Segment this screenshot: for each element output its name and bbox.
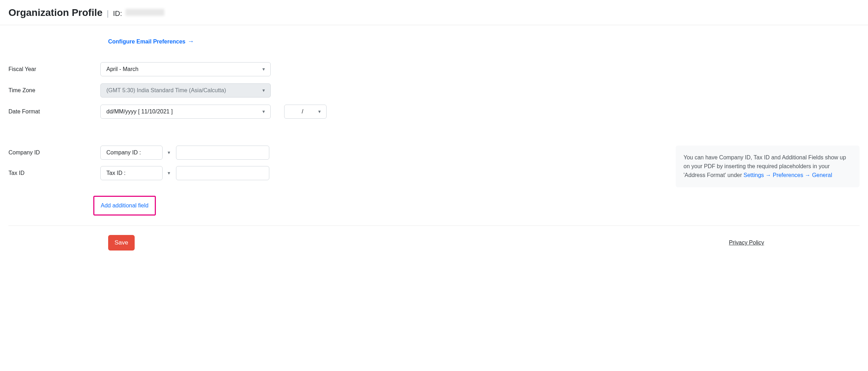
date-separator-value: / (302, 108, 303, 115)
configure-email-link[interactable]: Configure Email Preferences → (108, 38, 194, 45)
configure-email-label: Configure Email Preferences (108, 39, 186, 45)
label-date-format: Date Format (8, 108, 100, 115)
chevron-down-icon: ▼ (262, 109, 266, 114)
info-link-settings[interactable]: Settings (744, 172, 764, 178)
privacy-policy-link[interactable]: Privacy Policy (729, 240, 764, 246)
info-box: You can have Company ID, Tax ID and Addi… (676, 146, 860, 187)
tax-id-type-select[interactable]: Tax ID : ▼ (100, 166, 163, 180)
row-tax-id: Tax ID Tax ID : ▼ (8, 166, 269, 180)
chevron-down-icon: ▼ (167, 150, 171, 155)
ids-section: Company ID Company ID : ▼ Tax ID Tax ID … (8, 146, 860, 187)
label-fiscal-year: Fiscal Year (8, 66, 100, 72)
email-prefs-row: Configure Email Preferences → (108, 38, 860, 45)
footer-row: Save Privacy Policy (8, 235, 860, 259)
form-content: Configure Email Preferences → Fiscal Yea… (0, 38, 868, 259)
date-format-value: dd/MM/yyyy [ 11/10/2021 ] (106, 108, 173, 115)
company-id-input[interactable] (176, 146, 269, 160)
info-arrow-1: → (766, 172, 771, 178)
title-separator: | (107, 9, 109, 18)
save-button[interactable]: Save (108, 235, 135, 251)
tax-id-type-value: Tax ID : (106, 170, 125, 176)
label-time-zone: Time Zone (8, 87, 100, 94)
tax-id-input[interactable] (176, 166, 269, 180)
chevron-down-icon: ▼ (262, 88, 266, 93)
company-id-type-value: Company ID : (106, 149, 141, 156)
fiscal-year-value: April - March (106, 66, 139, 72)
chevron-down-icon: ▼ (167, 171, 171, 176)
info-link-general[interactable]: General (812, 172, 832, 178)
add-additional-field-link[interactable]: Add additional field (101, 202, 148, 208)
form-divider (8, 225, 860, 226)
org-id-value-redacted (125, 9, 164, 16)
id-label: ID: (113, 10, 122, 18)
row-time-zone: Time Zone (GMT 5:30) India Standard Time… (8, 83, 860, 98)
fiscal-year-select[interactable]: April - March ▼ (100, 62, 271, 76)
company-id-type-select[interactable]: Company ID : ▼ (100, 146, 163, 160)
row-fiscal-year: Fiscal Year April - March ▼ (8, 62, 860, 76)
date-separator-select[interactable]: / ▼ (284, 105, 327, 119)
row-date-format: Date Format dd/MM/yyyy [ 11/10/2021 ] ▼ … (8, 105, 860, 119)
info-arrow-2: → (805, 172, 810, 178)
page-header: Organization Profile | ID: (0, 0, 868, 25)
chevron-down-icon: ▼ (317, 109, 322, 114)
info-link-preferences[interactable]: Preferences (773, 172, 803, 178)
page-title: Organization Profile (8, 7, 102, 18)
time-zone-value: (GMT 5:30) India Standard Time (Asia/Cal… (106, 87, 226, 94)
date-format-select[interactable]: dd/MM/yyyy [ 11/10/2021 ] ▼ (100, 105, 271, 119)
row-company-id: Company ID Company ID : ▼ (8, 146, 269, 160)
label-company-id: Company ID (8, 149, 100, 156)
label-tax-id: Tax ID (8, 170, 100, 176)
chevron-down-icon: ▼ (262, 67, 266, 72)
arrow-right-icon: → (188, 38, 194, 45)
time-zone-select[interactable]: (GMT 5:30) India Standard Time (Asia/Cal… (100, 83, 271, 98)
add-field-highlight: Add additional field (93, 196, 156, 216)
